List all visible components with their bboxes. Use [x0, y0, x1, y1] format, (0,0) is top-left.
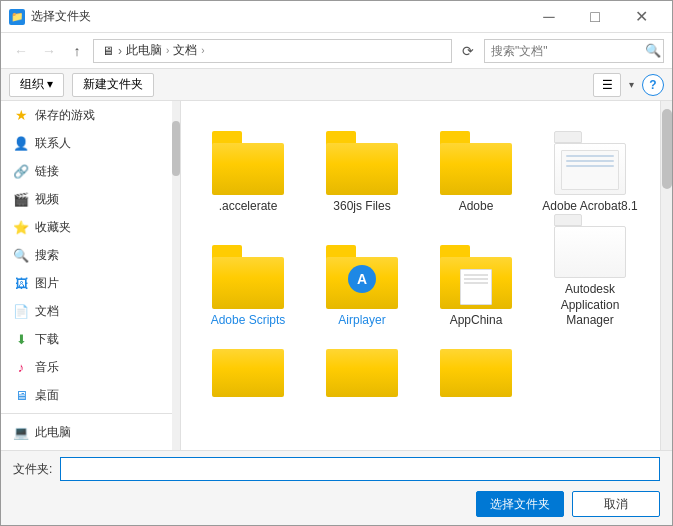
view-dropdown-icon[interactable]: ▾ [629, 79, 634, 90]
close-button[interactable]: ✕ [618, 1, 664, 33]
sidebar-label-desktop: 桌面 [35, 387, 59, 404]
sidebar-label-contacts: 联系人 [35, 135, 71, 152]
sidebar-item-desktop[interactable]: 🖥 桌面 [1, 381, 180, 409]
sidebar-item-computer[interactable]: 💻 此电脑 [1, 418, 180, 446]
pictures-icon: 🖼 [13, 276, 29, 290]
toolbar: 组织 ▾ 新建文件夹 ☰ ▾ ? [1, 69, 672, 101]
folder-icon-appchina [440, 245, 512, 309]
file-area: .accelerate 360js Files [181, 101, 672, 450]
contact-icon: 👤 [13, 136, 29, 150]
file-label-appchina: AppChina [450, 313, 503, 329]
address-bar: ← → ↑ 🖥 › 此电脑 › 文档 › ⟳ 🔍 [1, 33, 672, 69]
sidebar-label-documents: 文档 [35, 303, 59, 320]
window-title: 选择文件夹 [31, 8, 91, 25]
file-grid: .accelerate 360js Files [181, 101, 660, 450]
sidebar: ★ 保存的游戏 👤 联系人 🔗 链接 🎬 视频 [1, 101, 181, 450]
path-icon: 🖥 [102, 44, 114, 58]
sidebar-item-contacts[interactable]: 👤 联系人 [1, 129, 180, 157]
folder-icon-adobe [440, 131, 512, 195]
search-sidebar-icon: 🔍 [13, 248, 29, 262]
sidebar-item-favorites[interactable]: ⭐ 收藏夹 [1, 213, 180, 241]
file-item-360js[interactable]: 360js Files [307, 113, 417, 223]
filename-row: 文件夹: [1, 451, 672, 487]
file-label-airplayer: Airplayer [338, 313, 385, 329]
sidebar-item-documents[interactable]: 📄 文档 [1, 297, 180, 325]
folder-icon-autodesk [554, 214, 626, 278]
sidebar-label-saved-games: 保存的游戏 [35, 107, 95, 124]
sidebar-item-search[interactable]: 🔍 搜索 [1, 241, 180, 269]
sidebar-divider1 [1, 413, 180, 414]
filename-input[interactable] [60, 457, 660, 481]
maximize-button[interactable]: □ [572, 1, 618, 33]
favorites-icon: ⭐ [13, 220, 29, 234]
video-icon: 🎬 [13, 192, 29, 206]
file-scrollbar[interactable] [660, 101, 672, 450]
path-chevron1: › [166, 45, 169, 56]
sidebar-label-computer: 此电脑 [35, 424, 71, 441]
search-input[interactable] [491, 44, 641, 58]
desktop-icon: 🖥 [13, 388, 29, 402]
help-button[interactable]: ? [642, 74, 664, 96]
organize-button[interactable]: 组织 ▾ [9, 73, 64, 97]
sidebar-label-search: 搜索 [35, 247, 59, 264]
file-item-adobe[interactable]: Adobe [421, 113, 531, 223]
buttons-row: 选择文件夹 取消 [1, 487, 672, 525]
sidebar-item-downloads[interactable]: ⬇ 下载 [1, 325, 180, 353]
title-bar: 📁 选择文件夹 ─ □ ✕ [1, 1, 672, 33]
view-button[interactable]: ☰ [593, 73, 621, 97]
file-item-partial3[interactable] [421, 341, 531, 401]
folder-icon-adobe-scripts [212, 245, 284, 309]
search-icon: 🔍 [645, 43, 661, 58]
main-content: ★ 保存的游戏 👤 联系人 🔗 链接 🎬 视频 [1, 101, 672, 450]
folder-icon-360js [326, 131, 398, 195]
sidebar-label-music: 音乐 [35, 359, 59, 376]
folder-icon-partial1 [212, 349, 284, 397]
select-folder-button[interactable]: 选择文件夹 [476, 491, 564, 517]
search-box: 🔍 [484, 39, 664, 63]
folder-icon-airplayer: A [326, 245, 398, 309]
up-button[interactable]: ↑ [65, 39, 89, 63]
file-scroll-thumb[interactable] [662, 109, 672, 189]
star-icon: ★ [13, 108, 29, 122]
file-item-partial2[interactable] [307, 341, 417, 401]
file-item-airplayer[interactable]: A Airplayer [307, 227, 417, 337]
file-item-accelerate[interactable]: .accelerate [193, 113, 303, 223]
dialog-window: 📁 选择文件夹 ─ □ ✕ ← → ↑ 🖥 › 此电脑 › 文档 › ⟳ 🔍 组… [0, 0, 673, 526]
file-item-adobe-scripts[interactable]: Adobe Scripts [193, 227, 303, 337]
back-button[interactable]: ← [9, 39, 33, 63]
folder-icon: 📁 [9, 9, 25, 25]
file-label-adobe-acrobat: Adobe Acrobat8.1 [542, 199, 637, 215]
file-label-adobe-scripts: Adobe Scripts [211, 313, 286, 329]
sidebar-label-downloads: 下载 [35, 331, 59, 348]
link-icon: 🔗 [13, 164, 29, 178]
path-computer: 此电脑 [126, 42, 162, 59]
folder-icon-accelerate [212, 131, 284, 195]
minimize-button[interactable]: ─ [526, 1, 572, 33]
file-label-autodesk: Autodesk Application Manager [540, 282, 640, 329]
refresh-button[interactable]: ⟳ [456, 39, 480, 63]
path-separator1: › [118, 44, 122, 58]
sidebar-item-saved-games[interactable]: ★ 保存的游戏 [1, 101, 180, 129]
folder-icon-adobe-acrobat [554, 131, 626, 195]
file-item-autodesk[interactable]: Autodesk Application Manager [535, 227, 645, 337]
new-folder-button[interactable]: 新建文件夹 [72, 73, 154, 97]
file-item-appchina[interactable]: AppChina [421, 227, 531, 337]
sidebar-item-links[interactable]: 🔗 链接 [1, 157, 180, 185]
sidebar-scrollbar-thumb[interactable] [172, 121, 180, 176]
sidebar-item-videos-sub[interactable]: 🎬 视频 [1, 446, 180, 450]
file-item-partial1[interactable] [193, 341, 303, 401]
sidebar-item-pictures[interactable]: 🖼 图片 [1, 269, 180, 297]
sidebar-item-music[interactable]: ♪ 音乐 [1, 353, 180, 381]
file-item-adobe-acrobat[interactable]: Adobe Acrobat8.1 [535, 113, 645, 223]
forward-button[interactable]: → [37, 39, 61, 63]
file-label-360js: 360js Files [333, 199, 390, 215]
sidebar-label-favorites: 收藏夹 [35, 219, 71, 236]
sidebar-item-videos[interactable]: 🎬 视频 [1, 185, 180, 213]
title-bar-left: 📁 选择文件夹 [9, 8, 91, 25]
sidebar-scrollbar-track[interactable] [172, 101, 180, 450]
address-path[interactable]: 🖥 › 此电脑 › 文档 › [93, 39, 452, 63]
folder-icon-partial3 [440, 349, 512, 397]
folder-icon-partial2 [326, 349, 398, 397]
sidebar-label-videos: 视频 [35, 191, 59, 208]
cancel-button[interactable]: 取消 [572, 491, 660, 517]
